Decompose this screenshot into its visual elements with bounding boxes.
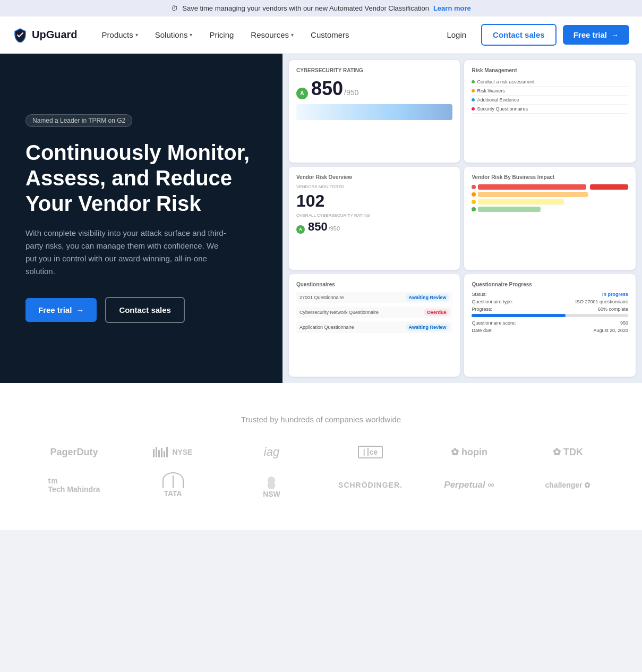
logo-nsw: NSW (263, 472, 280, 498)
contact-sales-button[interactable]: Contact sales (481, 24, 557, 46)
questionnaire-rows: 27001 Questionnaire Awaiting Review Cybe… (296, 292, 453, 333)
progress-bar-container (472, 314, 628, 317)
logo-pagerduty: PagerDuty (50, 447, 98, 458)
risk-impact-title: Vendor Risk By Business Impact (472, 174, 628, 180)
resources-chevron-icon: ▾ (291, 32, 294, 38)
vendor-denom: /950 (329, 225, 340, 232)
risk-bar-row-3 (472, 199, 628, 205)
progress-pct: 60% complete (598, 307, 628, 312)
nav-links: Products ▾ Solutions ▾ Pricing Resources… (95, 26, 439, 44)
vendor-grade: A (296, 225, 305, 234)
nav-login[interactable]: Login (438, 26, 475, 44)
risk-bar-row-1 (472, 184, 628, 190)
trusted-title: Trusted by hundreds of companies worldwi… (25, 415, 617, 424)
risk-bar-1 (478, 184, 586, 190)
learn-more-link[interactable]: Learn more (433, 4, 471, 12)
risk-item-4: Security Questionnaires (472, 105, 628, 114)
risk-bar-dot-1 (472, 185, 476, 189)
vendor-overview-card: Vendor Risk Overview VENDORS MONITORED 1… (289, 167, 460, 269)
dashboard-mockup: CYBERSECURITY RATING A 850 /950 Risk Man… (283, 54, 642, 383)
clock-icon: ⏱ (171, 4, 178, 12)
logo-text: UpGuard (32, 29, 78, 41)
logo-schrodinger: SCHRÖDINGER. (338, 481, 403, 489)
risk-bar-dot-2 (472, 192, 476, 197)
progress-status-row: Status: In progress (472, 292, 628, 297)
progress-card: Questionnaire Progress Status: In progre… (464, 274, 636, 377)
score-denom: /950 (344, 88, 358, 97)
logo-tdk: ✿ TDK (553, 446, 583, 458)
mini-chart (296, 104, 453, 120)
risk-item-2: Risk Waivers (472, 87, 628, 96)
hero-arrow-icon: → (76, 305, 84, 314)
q-status-2: Overdue (424, 309, 450, 316)
arrow-icon: → (611, 31, 619, 39)
risk-bar-row-4 (472, 207, 628, 212)
top-banner: ⏱ Save time managing your vendors with o… (0, 0, 642, 16)
risk-item-1: Conduct a risk assessment (472, 78, 628, 87)
nav-right: Login Contact sales Free trial → (438, 24, 629, 46)
solutions-chevron-icon: ▾ (190, 32, 192, 38)
navbar: UpGuard Products ▾ Solutions ▾ Pricing R… (0, 16, 642, 54)
overall-rating-label: OVERALL CYBERSECURITY RATING (296, 213, 453, 218)
risk-bar-dot-3 (472, 200, 476, 204)
logo-tata: TATA (162, 472, 184, 498)
questionnaires-title: Questionnaires (296, 282, 453, 287)
q-status-1: Awaiting Review (406, 294, 450, 301)
risk-impact-card: Vendor Risk By Business Impact (464, 167, 636, 269)
risk-bar-dot-4 (472, 207, 476, 211)
hero-badge: Named a Leader in TPRM on G2 (25, 114, 132, 127)
nav-products[interactable]: Products ▾ (95, 26, 145, 44)
hero-free-trial-button[interactable]: Free trial → (25, 298, 97, 322)
banner-message: Save time managing your vendors with our… (182, 4, 429, 12)
risk-bar-1b (590, 184, 628, 190)
q-status-3: Awaiting Review (406, 324, 450, 331)
hero-buttons: Free trial → Contact sales (25, 297, 257, 323)
score-card-title: CYBERSECURITY RATING (296, 67, 453, 73)
hero-right: CYBERSECURITY RATING A 850 /950 Risk Man… (283, 54, 642, 383)
logo-ice: | ce (358, 446, 383, 458)
vendor-overview-title: Vendor Risk Overview (296, 174, 453, 180)
hero-contact-sales-button[interactable]: Contact sales (105, 297, 185, 323)
logo-nyse: NYSE (153, 447, 192, 457)
score-value: 850 (311, 78, 343, 100)
logo-techmahindra: tm Tech Mahindra (48, 477, 100, 494)
nav-customers[interactable]: Customers (303, 26, 357, 44)
vendors-monitored-label: VENDORS MONITORED (296, 184, 453, 189)
risk-management-card: Risk Management Conduct a risk assessmen… (464, 60, 636, 163)
risk-bar-3 (478, 199, 564, 205)
logo[interactable]: UpGuard (13, 28, 78, 42)
hero-section: Named a Leader in TPRM on G2 Continuousl… (0, 54, 642, 383)
nav-resources[interactable]: Resources ▾ (243, 26, 301, 44)
progress-title: Questionnaire Progress (472, 282, 628, 287)
nav-pricing[interactable]: Pricing (202, 26, 241, 44)
risk-bar-2 (478, 192, 587, 197)
risk-management-title: Risk Management (472, 67, 628, 73)
hero-subtitle: With complete visibility into your attac… (25, 227, 227, 278)
logo-challenger: challenger ✿ (545, 481, 591, 489)
progress-status: In progress (602, 292, 628, 297)
progress-type-row: Questionnaire type: ISO 27001 questionna… (472, 299, 628, 304)
q-row-3: Application Questionnaire Awaiting Revie… (296, 321, 453, 333)
progress-bar-fill (472, 314, 566, 317)
questionnaires-card: Questionnaires 27001 Questionnaire Await… (289, 274, 460, 377)
score-grade: A (296, 88, 308, 99)
progress-pct-row: Progress: 60% complete (472, 307, 628, 312)
trusted-section: Trusted by hundreds of companies worldwi… (0, 383, 642, 530)
risk-item-3: Additional Evidence (472, 96, 628, 105)
q-row-1: 27001 Questionnaire Awaiting Review (296, 292, 453, 303)
logo-perpetual: Perpetual ∞ (444, 480, 494, 490)
nav-solutions[interactable]: Solutions ▾ (148, 26, 200, 44)
q-row-2: Cybersecurity Network Questionnaire Over… (296, 307, 453, 318)
hero-left: Named a Leader in TPRM on G2 Continuousl… (0, 54, 283, 383)
products-chevron-icon: ▾ (135, 32, 138, 38)
logo-hopin: ✿ hopin (451, 446, 487, 458)
free-trial-button[interactable]: Free trial → (563, 25, 629, 45)
logo-shield-icon (13, 28, 28, 42)
hero-title: Continuously Monitor, Assess, and Reduce… (25, 140, 257, 216)
risk-bar-row-2 (472, 192, 628, 197)
risk-bars (472, 184, 628, 212)
progress-score: 950 (620, 320, 628, 326)
logo-iag: iag (264, 445, 279, 459)
vendors-count: 102 (296, 191, 453, 211)
logos-grid: PagerDuty NYSE iag | ce (29, 445, 613, 498)
